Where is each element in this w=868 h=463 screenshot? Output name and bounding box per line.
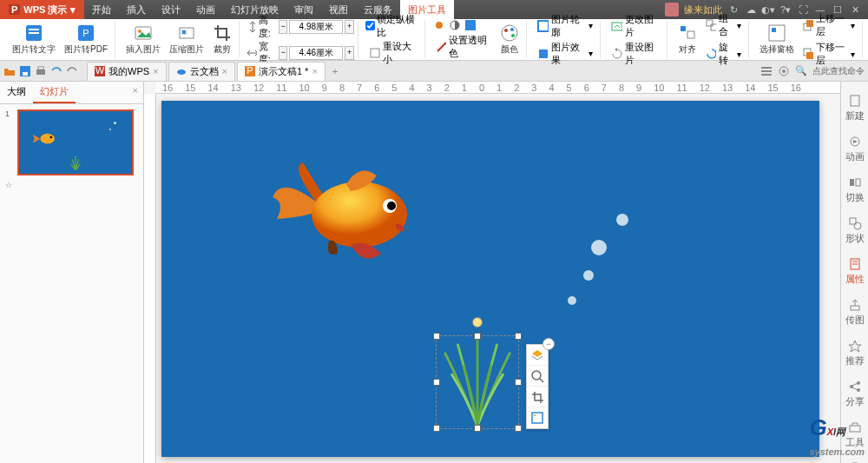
float-zoom-button[interactable] [527,366,548,387]
width-plus[interactable]: + [345,46,353,60]
resize-handle-bl[interactable] [433,425,440,432]
search-hint[interactable]: 点此查找命令 [812,65,865,77]
slide-number: 1 [5,109,10,118]
bubble [616,214,628,226]
rotate-button[interactable]: 旋转▾ [702,40,745,68]
change-pic-icon [611,20,622,32]
undo-icon[interactable] [50,65,62,77]
align-icon [678,23,697,43]
align-button[interactable]: 对齐 [674,22,700,57]
menu-animation[interactable]: 动画 [188,0,223,19]
plant-selection[interactable] [436,335,519,429]
cloud-doc-icon [176,66,187,76]
reset-pic-button[interactable]: 重设图片 [608,40,663,68]
send-backward-button[interactable]: 下移一层▾ [799,40,858,68]
transparent-color-button[interactable]: 设置透明色 [432,33,495,61]
svg-rect-24 [772,28,776,32]
resize-handle-tl[interactable] [433,333,440,340]
save-icon[interactable] [19,65,31,77]
panel-close-icon[interactable]: × [128,82,143,103]
effect-icon [537,48,549,60]
rp-animation[interactable]: 动画 [845,129,865,169]
close-tab-icon[interactable]: × [222,66,227,76]
pic-outline-button[interactable]: 图片轮廓▾ [534,12,596,40]
app-badge[interactable]: WPS 演示 ▾ [0,0,84,19]
pic-to-text-button[interactable]: 图片转文字 [9,22,59,57]
resize-handle-br[interactable] [515,425,522,432]
print-icon[interactable] [35,65,47,77]
bubble [568,296,576,305]
group-button[interactable]: 组合▾ [702,11,745,39]
rp-recommend[interactable]: 推荐 [845,334,865,373]
menu-insert[interactable]: 插入 [119,0,154,19]
pic-effect-button[interactable]: 图片效果▾ [534,40,596,68]
compress-pic-button[interactable]: 压缩图片 [166,22,207,57]
contrast-icon[interactable] [448,18,462,32]
resize-handle-tm[interactable] [474,333,481,340]
close-tab-icon[interactable]: × [312,66,317,76]
svg-rect-17 [539,50,548,58]
float-crop-button[interactable] [527,387,548,407]
change-pic-button[interactable]: 更改图片 [608,12,663,40]
color-button[interactable]: 颜色 [496,22,523,57]
svg-point-47 [387,202,396,210]
reset-size-button[interactable]: 重设大小 [365,39,421,67]
rp-transition[interactable]: 切换 [845,170,865,209]
float-frame-button[interactable] [527,407,548,428]
resize-handle-ml[interactable] [433,379,440,386]
search-icon[interactable]: 🔍 [795,65,807,76]
brightness-icon[interactable] [432,18,446,32]
svg-point-14 [510,28,514,31]
resize-handle-bm[interactable] [474,425,481,432]
rp-new[interactable]: 新建 [845,89,865,128]
redo-icon[interactable] [66,65,78,77]
svg-point-57 [854,222,861,229]
slides-tab[interactable]: 幻灯片 [33,82,76,103]
rp-property[interactable]: 属性 [845,252,865,291]
recolor-icon[interactable] [464,18,477,32]
doc-tab-cloud[interactable]: 云文档 × [168,62,235,81]
slide-thumbnail-1[interactable] [17,109,134,175]
menu-design[interactable]: 设计 [154,0,188,19]
doc-tab-mywps[interactable]: W 我的WPS × [87,62,167,81]
height-input[interactable] [289,20,343,34]
menu-start[interactable]: 开始 [84,0,119,19]
width-minus[interactable]: − [279,46,287,60]
new-tab-button[interactable]: + [327,66,343,76]
svg-text:P: P [247,66,253,76]
list-icon[interactable] [760,65,773,77]
bring-forward-button[interactable]: 上移一层▾ [799,11,858,39]
resize-handle-tr[interactable] [515,333,522,340]
settings-icon[interactable] [778,65,790,77]
pic-to-pdf-button[interactable]: P 图片转PDF [61,22,111,57]
width-input[interactable] [289,46,343,60]
rp-upload[interactable]: 传图 [845,293,865,332]
rp-share[interactable]: 分享 [845,374,865,413]
outline-tab[interactable]: 大纲 [0,82,33,103]
user-avatar[interactable] [665,3,679,17]
app-name: WPS 演示 [23,3,67,17]
crop-button[interactable]: 裁剪 [209,22,235,57]
insert-pic-button[interactable]: 插入图片 [122,22,164,57]
plant-image[interactable] [437,336,518,428]
skin-icon[interactable]: ◐▾ [762,3,774,16]
close-tab-icon[interactable]: × [153,66,158,76]
height-plus[interactable]: + [345,20,353,34]
lock-ratio-checkbox[interactable]: 锁定纵横比 [365,13,421,39]
selection-pane-button[interactable]: 选择窗格 [756,22,798,57]
open-icon[interactable] [3,65,16,77]
height-minus[interactable]: − [279,20,287,34]
cloud-icon[interactable]: ☁ [745,3,757,16]
svg-rect-61 [851,306,859,310]
rotate-handle[interactable] [472,317,483,327]
doc-tab-presentation[interactable]: P 演示文稿1 * × [237,62,326,81]
float-close-icon[interactable]: − [542,338,555,350]
rp-shape[interactable]: 形状 [845,211,865,250]
property-icon [848,257,862,271]
slide-canvas[interactable]: − [161,101,819,457]
help-icon[interactable]: ?▾ [779,3,792,16]
resize-handle-mr[interactable] [515,379,522,386]
bubble [583,270,594,281]
svg-rect-19 [681,26,686,31]
fish-image[interactable] [264,149,437,280]
